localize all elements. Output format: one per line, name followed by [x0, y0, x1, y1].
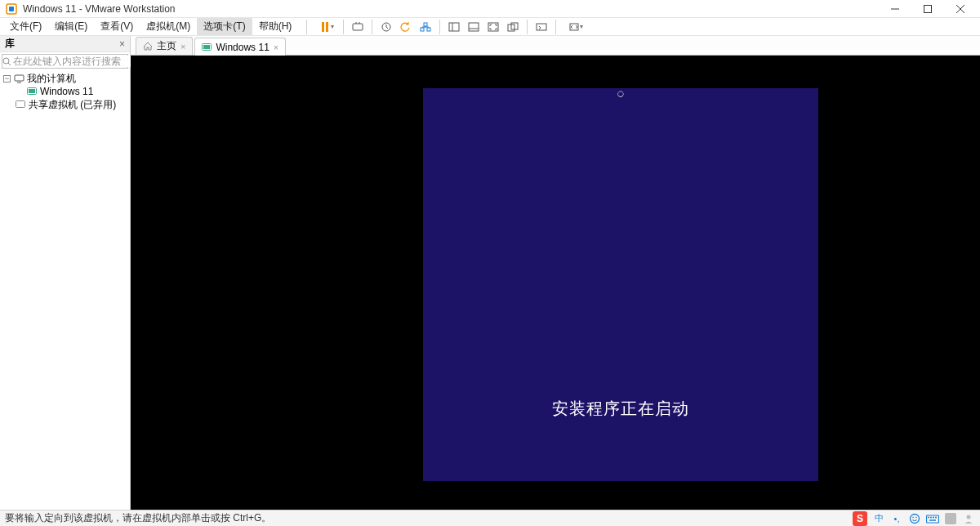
- maximize-button[interactable]: [911, 0, 944, 18]
- svg-rect-11: [449, 23, 459, 31]
- setup-status-text: 安装程序正在启动: [552, 398, 689, 420]
- menu-vm-label: 虚拟机(M): [146, 20, 190, 33]
- minimize-button[interactable]: [879, 0, 911, 18]
- menu-edit-label: 编辑(E): [55, 20, 87, 33]
- snapshot-button[interactable]: [377, 18, 395, 36]
- svg-point-30: [912, 516, 914, 518]
- library-search[interactable]: ▼: [2, 54, 128, 69]
- library-tree: − 我的计算机 Windows 11 共享虚拟机 (已弃用): [0, 70, 130, 113]
- tab-home[interactable]: 主页 ×: [136, 37, 193, 55]
- tree-root-label: 我的计算机: [27, 72, 76, 86]
- revert-snapshot-button[interactable]: [397, 18, 415, 36]
- toolbar-separator: [527, 20, 528, 34]
- toolbar-separator: [343, 20, 344, 34]
- menu-view[interactable]: 查看(V): [94, 18, 140, 35]
- tab-windows11[interactable]: Windows 11 ×: [194, 38, 286, 56]
- app-icon: [5, 2, 18, 16]
- shared-icon: [15, 100, 26, 109]
- tab-close-button[interactable]: ×: [274, 42, 278, 52]
- titlebar: Windows 11 - VMware Workstation: [0, 0, 980, 18]
- svg-rect-6: [353, 24, 363, 30]
- library-title: 库: [5, 37, 15, 51]
- statusbar-hint: 要将输入定向到该虚拟机，请在虚拟机内部单击或按 Ctrl+G。: [5, 511, 271, 525]
- svg-rect-18: [537, 24, 546, 30]
- snapshot-manager-button[interactable]: [416, 18, 434, 36]
- menubar: 文件(F) 编辑(E) 查看(V) 虚拟机(M) 选项卡(T) 帮助(H) ▼: [0, 18, 980, 36]
- menu-help[interactable]: 帮助(H): [252, 18, 299, 35]
- svg-rect-8: [421, 28, 424, 31]
- tree-item-label: Windows 11: [40, 86, 93, 97]
- menu-edit[interactable]: 编辑(E): [48, 18, 94, 35]
- system-tray: S 中 •,: [853, 511, 975, 526]
- show-sidebar-button[interactable]: [445, 18, 463, 36]
- quick-switch-button[interactable]: [532, 18, 550, 36]
- statusbar: 要将输入定向到该虚拟机，请在虚拟机内部单击或按 Ctrl+G。 S 中 •,: [0, 510, 980, 526]
- toolbar: ▼: [303, 18, 587, 35]
- fullscreen-button[interactable]: [484, 18, 502, 36]
- guest-screen: ◯ 安装程序正在启动: [423, 88, 818, 481]
- svg-rect-9: [427, 28, 430, 31]
- svg-rect-25: [29, 89, 35, 93]
- svg-line-21: [8, 63, 11, 65]
- tree-root-my-computer[interactable]: − 我的计算机: [0, 72, 130, 85]
- menu-file-label: 文件(F): [10, 20, 42, 33]
- svg-point-38: [967, 515, 971, 519]
- sogou-ime-icon[interactable]: S: [853, 511, 867, 526]
- computer-icon: [13, 74, 24, 83]
- menu-vm[interactable]: 虚拟机(M): [140, 18, 197, 35]
- window-title: Windows 11 - VMware Workstation: [23, 3, 176, 15]
- svg-rect-22: [15, 75, 24, 81]
- ime-language-indicator[interactable]: 中: [872, 512, 885, 525]
- unity-button[interactable]: [504, 18, 522, 36]
- tree-item-windows11[interactable]: Windows 11: [0, 85, 130, 98]
- vm-console[interactable]: ◯ 安装程序正在启动: [131, 56, 980, 510]
- svg-rect-28: [203, 45, 210, 49]
- search-icon: [2, 57, 11, 66]
- chevron-down-icon: ▼: [329, 24, 335, 29]
- ime-punctuation-icon[interactable]: •,: [890, 512, 903, 525]
- menu-view-label: 查看(V): [100, 20, 133, 33]
- progress-indicator-icon: ◯: [617, 91, 624, 97]
- show-console-button[interactable]: [465, 18, 483, 36]
- ime-smiley-icon[interactable]: [908, 512, 921, 525]
- main-area: 库 × ▼ − 我的计算机 Windows 11: [0, 36, 980, 510]
- tab-vm-label: Windows 11: [216, 42, 269, 53]
- close-button[interactable]: [944, 0, 977, 18]
- ime-keyboard-icon[interactable]: [926, 512, 939, 525]
- menu-tabs-label: 选项卡(T): [203, 20, 245, 33]
- svg-rect-10: [424, 23, 427, 26]
- library-header: 库 ×: [0, 36, 130, 52]
- toolbar-separator: [372, 20, 372, 34]
- library-close-button[interactable]: ×: [119, 38, 125, 50]
- toolbar-separator: [555, 20, 556, 34]
- toolbar-separator: [439, 20, 440, 34]
- menu-file[interactable]: 文件(F): [3, 18, 48, 35]
- pause-icon: [322, 22, 328, 32]
- svg-point-29: [911, 514, 920, 523]
- tree-shared-vms[interactable]: 共享虚拟机 (已弃用): [0, 98, 130, 111]
- svg-rect-1: [9, 7, 14, 11]
- stretch-button[interactable]: ▼: [561, 18, 587, 36]
- svg-rect-3: [924, 5, 932, 12]
- menu-tabs[interactable]: 选项卡(T): [197, 18, 252, 35]
- vm-icon: [26, 87, 38, 96]
- svg-rect-32: [927, 515, 939, 523]
- svg-rect-13: [469, 23, 479, 31]
- library-sidebar: 库 × ▼ − 我的计算机 Windows 11: [0, 36, 131, 510]
- ime-settings-icon[interactable]: [944, 512, 957, 525]
- svg-point-31: [915, 516, 917, 518]
- tab-close-button[interactable]: ×: [180, 42, 185, 51]
- collapse-icon[interactable]: −: [3, 75, 11, 82]
- tree-shared-label: 共享虚拟机 (已弃用): [29, 98, 116, 112]
- library-search-input[interactable]: [11, 56, 137, 67]
- svg-point-20: [3, 58, 9, 64]
- menu-help-label: 帮助(H): [259, 20, 292, 33]
- pause-button[interactable]: ▼: [312, 18, 338, 36]
- tabbar: 主页 × Windows 11 ×: [131, 36, 980, 56]
- user-icon[interactable]: [962, 512, 975, 525]
- vm-icon: [202, 43, 212, 51]
- chevron-down-icon: ▼: [578, 24, 584, 29]
- content-area: 主页 × Windows 11 × ◯ 安装程序正在启动: [131, 36, 980, 510]
- home-icon: [143, 42, 153, 51]
- send-ctrl-alt-del-button[interactable]: [349, 18, 367, 36]
